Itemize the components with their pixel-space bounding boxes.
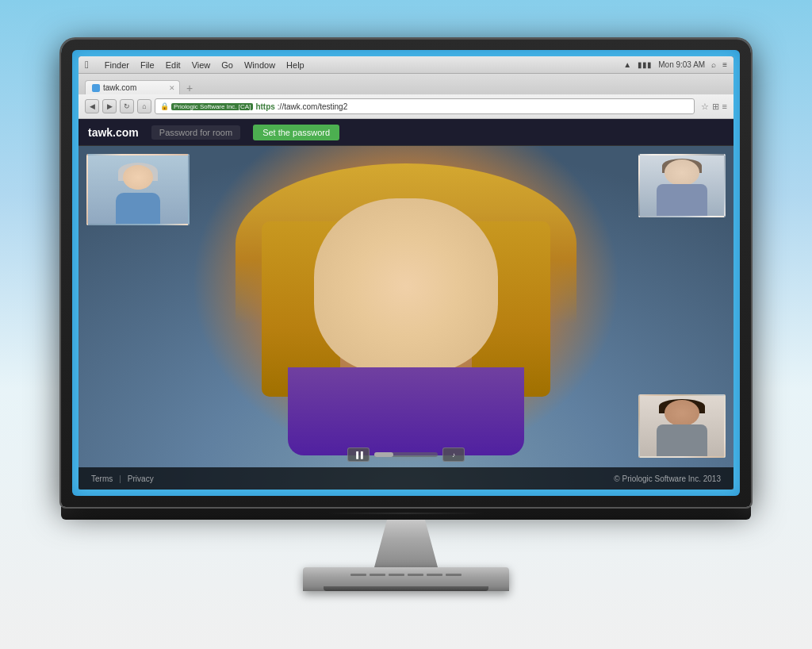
browser-menu-icon[interactable]: ≡ xyxy=(722,102,727,112)
footer-separator: | xyxy=(119,474,121,483)
tab-close-button[interactable]: ✕ xyxy=(169,84,175,92)
vent-4 xyxy=(408,574,423,576)
home-button[interactable]: ⌂ xyxy=(137,99,151,113)
video-controls: ▐▐ ♪ xyxy=(347,447,465,462)
app-footer: Terms | Privacy © Priologic Software Inc… xyxy=(79,467,733,490)
vent-1 xyxy=(350,574,366,576)
thumbnail-top-left[interactable] xyxy=(86,154,190,225)
monitor-chin xyxy=(61,507,751,520)
thumb3-head xyxy=(665,400,700,425)
https-label: https xyxy=(255,102,274,111)
refresh-icon: ↻ xyxy=(124,102,130,110)
thumb2-head xyxy=(665,159,700,185)
macos-status-bar: ▲ ▮▮▮ Mon 9:03 AM ⌕ ≡ xyxy=(623,60,727,69)
privacy-link[interactable]: Privacy xyxy=(128,474,154,483)
thumb2-person xyxy=(640,156,724,216)
ssl-badge: Priologic Software Inc. [CA] xyxy=(171,103,253,110)
main-speaker-face xyxy=(275,163,537,455)
macos-menu-items: Finder File Edit View Go Window Help xyxy=(105,60,304,70)
url-display: ://tawk.com/testing2 xyxy=(278,102,347,111)
thumbnail-bottom-right[interactable] xyxy=(638,394,726,458)
footer-links: Terms | Privacy xyxy=(91,474,154,483)
menu-edit[interactable]: Edit xyxy=(166,60,181,70)
monitor-chin-line xyxy=(327,513,485,514)
menu-file[interactable]: File xyxy=(140,60,155,70)
home-icon: ⌂ xyxy=(142,102,146,110)
vent-5 xyxy=(427,574,442,576)
list-icon[interactable]: ≡ xyxy=(722,60,727,69)
wifi-icon: ▲ xyxy=(623,60,631,69)
browser-chrome: tawk.com ✕ + ◀ ▶ xyxy=(79,74,733,119)
back-button[interactable]: ◀ xyxy=(85,99,99,113)
progress-bar[interactable] xyxy=(374,452,438,457)
terms-link[interactable]: Terms xyxy=(91,474,113,483)
thumb2-shirt xyxy=(657,184,707,216)
menu-go[interactable]: Go xyxy=(221,60,233,70)
browser-tabs-bar: tawk.com ✕ + xyxy=(79,74,733,94)
browser-tab-active[interactable]: tawk.com ✕ xyxy=(85,80,180,94)
browser-toolbar: ◀ ▶ ↻ ⌂ 🔒 xyxy=(79,94,733,118)
thumb1-shirt xyxy=(116,193,161,224)
browser-action-icons: ☆ ⊞ ≡ xyxy=(701,102,727,112)
clock-display: Mon 9:03 AM xyxy=(658,60,705,69)
play-icon: ▐▐ xyxy=(354,451,362,459)
progress-fill xyxy=(374,452,393,457)
menu-window[interactable]: Window xyxy=(244,60,275,70)
lock-icon: 🔒 xyxy=(160,102,169,110)
thumb3-person xyxy=(640,396,724,456)
menu-finder[interactable]: Finder xyxy=(105,60,129,70)
bookmark-icon[interactable]: ☆ xyxy=(701,102,709,112)
refresh-button[interactable]: ↻ xyxy=(120,99,134,113)
thumbnail-top-right[interactable] xyxy=(638,154,726,217)
app-content: tawk.com Password for room Set the passw… xyxy=(79,119,733,490)
apple-logo-icon:  xyxy=(85,59,89,71)
volume-button[interactable]: ♪ xyxy=(442,447,465,462)
macos-menubar:  Finder File Edit View Go Window Help ▲ xyxy=(79,56,733,74)
monitor-wrapper:  Finder File Edit View Go Window Help ▲ xyxy=(61,39,751,610)
monitor-neck xyxy=(374,520,438,567)
thumb3-shirt xyxy=(657,424,707,456)
base-vents xyxy=(350,574,462,576)
thumb1-person xyxy=(88,156,188,224)
app-header: tawk.com Password for room Set the passw… xyxy=(79,119,733,146)
tab-label: tawk.com xyxy=(103,83,136,92)
thumb1-avatar xyxy=(113,163,163,224)
vent-6 xyxy=(446,574,462,576)
vent-2 xyxy=(370,574,385,576)
app-logo: tawk.com xyxy=(88,126,139,139)
monitor-screen-border:  Finder File Edit View Go Window Help ▲ xyxy=(72,50,740,496)
forward-icon: ▶ xyxy=(107,102,113,110)
search-icon[interactable]: ⌕ xyxy=(711,60,716,69)
password-room-label: Password for room xyxy=(151,125,240,140)
battery-icon: ▮▮▮ xyxy=(638,60,652,69)
monitor-frame:  Finder File Edit View Go Window Help ▲ xyxy=(61,39,751,507)
volume-icon: ♪ xyxy=(452,451,455,459)
thumb3-avatar xyxy=(657,399,707,456)
address-bar[interactable]: 🔒 Priologic Software Inc. [CA] https ://… xyxy=(155,98,695,114)
menu-view[interactable]: View xyxy=(192,60,211,70)
menu-help[interactable]: Help xyxy=(286,60,304,70)
shirt xyxy=(288,367,523,455)
extensions-icon[interactable]: ⊞ xyxy=(712,102,719,112)
forward-button[interactable]: ▶ xyxy=(102,99,117,113)
new-tab-button[interactable]: + xyxy=(182,82,197,94)
face-skin xyxy=(314,198,497,374)
set-password-button[interactable]: Set the password xyxy=(253,125,339,140)
monitor-screen:  Finder File Edit View Go Window Help ▲ xyxy=(79,56,733,490)
monitor-base xyxy=(303,567,509,591)
vent-3 xyxy=(389,574,404,576)
video-area: ▐▐ ♪ xyxy=(79,146,733,490)
thumb1-head xyxy=(123,165,153,190)
copyright-text: © Priologic Software Inc. 2013 xyxy=(614,474,721,483)
play-pause-button[interactable]: ▐▐ xyxy=(347,447,370,462)
back-icon: ◀ xyxy=(90,102,95,110)
thumb2-avatar xyxy=(657,159,707,216)
tab-favicon-icon xyxy=(92,84,100,92)
